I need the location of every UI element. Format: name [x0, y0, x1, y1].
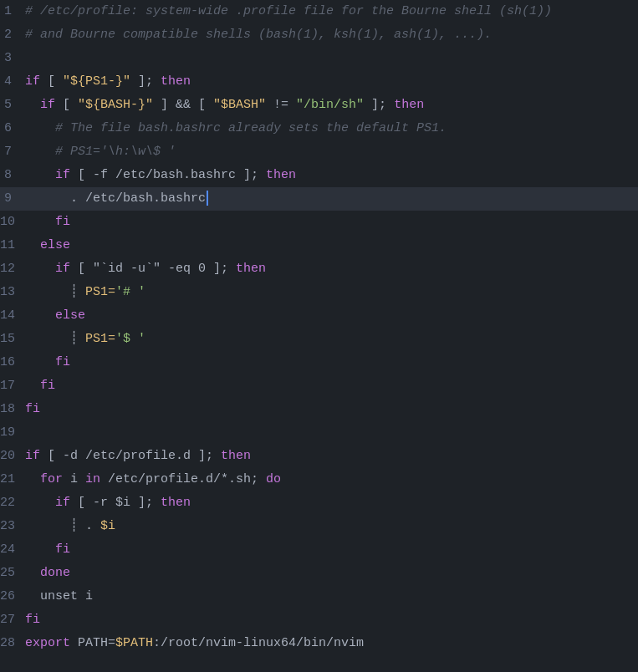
- token: fi: [25, 542, 70, 557]
- line-content: fi: [25, 538, 631, 562]
- line-number: 27: [0, 608, 25, 632]
- code-line: 19: [0, 421, 638, 445]
- line-content: unset i: [25, 585, 631, 608]
- line-number: 26: [0, 585, 25, 608]
- token: fi: [25, 613, 40, 627]
- code-line: 21 for i in /etc/profile.d/*.sh; do: [0, 468, 638, 491]
- token: fi: [25, 355, 70, 369]
- code-editor: 1# /etc/profile: system-wide .profile fi…: [0, 0, 638, 672]
- token: fi: [25, 379, 55, 393]
- token: "${BASH-}": [78, 98, 153, 112]
- line-content: [25, 421, 631, 445]
- line-number: 10: [0, 211, 25, 234]
- token: # /etc/profile: system-wide .profile fil…: [25, 4, 552, 18]
- line-number: 18: [0, 398, 25, 421]
- token: i: [63, 472, 85, 486]
- line-content: # and Bourne compatible shells (bash(1),…: [25, 23, 631, 47]
- line-content: else: [25, 234, 631, 257]
- token: ];: [130, 74, 161, 89]
- code-line: 20if [ -d /etc/profile.d ]; then: [0, 445, 638, 468]
- code-line: 9 . /etc/bash.bashrc: [0, 187, 638, 211]
- line-number: 19: [0, 421, 25, 445]
- code-line: 11 else: [0, 234, 638, 257]
- token: do: [266, 472, 281, 486]
- code-line: 12 if [ "`id -u`" -eq 0 ]; then: [0, 257, 638, 281]
- code-line: 26 unset i: [0, 585, 638, 608]
- token: if: [25, 98, 55, 112]
- token: [ -r $i ];: [70, 496, 161, 510]
- token: "${PS1-}": [63, 74, 130, 89]
- token: else: [25, 308, 85, 323]
- line-number: 23: [0, 515, 25, 538]
- line-number: 22: [0, 491, 25, 515]
- code-line: 16 fi: [0, 351, 638, 374]
- line-content: if [ "${PS1-}" ]; then: [25, 70, 631, 94]
- line-number: 9: [0, 187, 25, 211]
- line-content: . /etc/bash.bashrc: [25, 187, 631, 211]
- text-cursor: [207, 191, 208, 206]
- line-content: ┊ . $i: [25, 515, 631, 538]
- line-number: 8: [0, 164, 25, 187]
- code-line: 14 else: [0, 304, 638, 328]
- line-number: 3: [0, 47, 25, 70]
- token: :/root/nvim-linux64/bin/nvim: [153, 636, 364, 650]
- line-content: if [ -r $i ]; then: [25, 491, 631, 515]
- code-line: 22 if [ -r $i ]; then: [0, 491, 638, 515]
- token: then: [221, 449, 251, 463]
- token: # and Bourne compatible shells (bash(1),…: [25, 28, 492, 42]
- line-number: 28: [0, 632, 25, 655]
- token: ┊: [25, 332, 85, 346]
- token: ] && [: [153, 98, 213, 112]
- code-line: 1# /etc/profile: system-wide .profile fi…: [0, 0, 638, 23]
- token: "/bin/sh": [296, 98, 364, 112]
- token: unset i: [25, 589, 93, 603]
- token: # The file bash.bashrc already sets the …: [25, 121, 447, 135]
- token: PS1=: [85, 332, 115, 346]
- token: $PATH: [115, 636, 153, 650]
- line-content: ┊ PS1='# ': [25, 281, 631, 304]
- token: if: [25, 168, 70, 182]
- line-content: for i in /etc/profile.d/*.sh; do: [25, 468, 631, 491]
- line-number: 15: [0, 328, 25, 351]
- token: /etc/profile.d/*.sh;: [100, 472, 266, 486]
- token: then: [236, 262, 266, 276]
- token: then: [161, 496, 191, 510]
- token: done: [25, 566, 70, 580]
- line-content: # PS1='\h:\w\$ ': [25, 140, 631, 164]
- line-number: 7: [0, 140, 25, 164]
- line-number: 12: [0, 257, 25, 281]
- line-content: [25, 47, 631, 70]
- token: if: [25, 449, 40, 463]
- line-number: 4: [0, 70, 25, 94]
- line-content: fi: [25, 211, 631, 234]
- token: then: [161, 74, 191, 89]
- code-line: 3: [0, 47, 638, 70]
- code-line: 27fi: [0, 608, 638, 632]
- token: '# ': [115, 285, 145, 299]
- line-content: fi: [25, 608, 631, 632]
- line-number: 13: [0, 281, 25, 304]
- code-line: 17 fi: [0, 374, 638, 398]
- line-content: if [ -f /etc/bash.bashrc ]; then: [25, 164, 631, 187]
- token: if: [25, 496, 70, 510]
- token: "$BASH": [213, 98, 266, 112]
- line-number: 21: [0, 468, 25, 491]
- line-number: 5: [0, 94, 25, 117]
- code-line: 5 if [ "${BASH-}" ] && [ "$BASH" != "/bi…: [0, 94, 638, 117]
- line-content: done: [25, 562, 631, 585]
- token: [ "`id -u`" -eq 0 ];: [70, 262, 236, 276]
- token: [ -f /etc/bash.bashrc ];: [70, 168, 266, 182]
- token: in: [85, 472, 100, 486]
- line-number: 25: [0, 562, 25, 585]
- line-content: ┊ PS1='$ ': [25, 328, 631, 351]
- code-line: 6 # The file bash.bashrc already sets th…: [0, 117, 638, 140]
- line-content: if [ -d /etc/profile.d ]; then: [25, 445, 631, 468]
- line-content: else: [25, 304, 631, 328]
- line-number: 24: [0, 538, 25, 562]
- token: for: [25, 472, 63, 486]
- code-line: 10 fi: [0, 211, 638, 234]
- code-line: 24 fi: [0, 538, 638, 562]
- code-line: 18fi: [0, 398, 638, 421]
- line-content: export PATH=$PATH:/root/nvim-linux64/bin…: [25, 632, 631, 655]
- code-line: 7 # PS1='\h:\w\$ ': [0, 140, 638, 164]
